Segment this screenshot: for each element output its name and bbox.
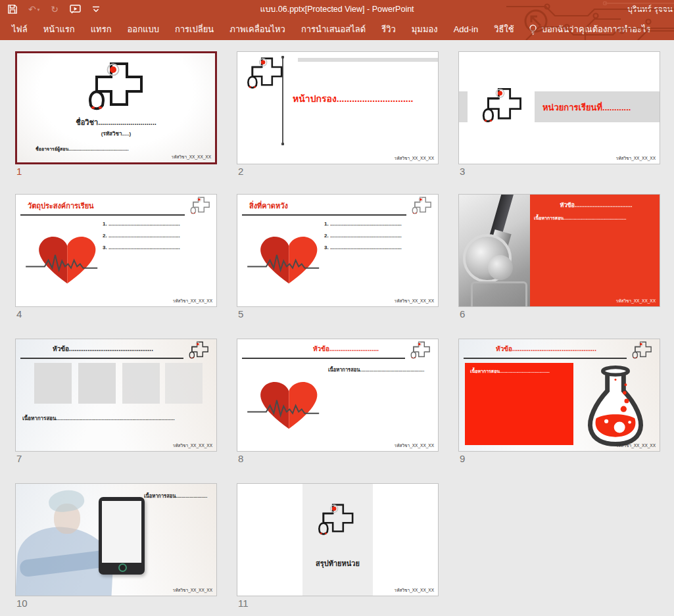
- slide-number-4: 4: [16, 308, 22, 320]
- slide-number-11: 11: [238, 598, 249, 609]
- slide-thumbnail-2[interactable]: หน้าปกรอง.............................. …: [237, 51, 439, 164]
- slide-thumbnail-8[interactable]: หัวข้อ........................... เนื้อห…: [237, 339, 439, 452]
- slide-number-3: 3: [460, 166, 465, 177]
- line-end-dot: [281, 143, 284, 145]
- slide-number-8: 8: [238, 453, 243, 464]
- stethoscope-photo: [459, 195, 530, 306]
- slide-footer-code: รหัสวิชา_XX_XX_XX: [173, 298, 212, 304]
- slide-thumbnail-1[interactable]: ชื่อวิชา............................. (ร…: [15, 51, 217, 164]
- slide-thumbnail-5[interactable]: สิ่งที่คาดหวัง 1. ......................…: [237, 194, 439, 307]
- lightbulb-icon: [529, 24, 537, 35]
- title-bar: ↶▾ ↻ แบบ.06.pptx[Protected View] - Power…: [0, 0, 674, 18]
- title-underline: [242, 214, 406, 216]
- medical-cross-stethoscope-icon: [630, 341, 656, 361]
- content-placeholder: เนื้อหาการสอน...........................…: [470, 367, 550, 375]
- content-placeholder: เนื้อหาการสอน...........................…: [328, 366, 424, 373]
- unit-title: หน่วยการเรียนที่............: [542, 101, 631, 114]
- tab-help[interactable]: วิธีใช้: [486, 18, 521, 40]
- topic-title: หัวข้อ...........................: [313, 344, 379, 354]
- quick-access-toolbar: ↶▾ ↻: [8, 0, 100, 18]
- medical-cross-stethoscope-icon: [408, 341, 435, 361]
- topic-title: หัวข้อ..................................…: [16, 344, 190, 354]
- slide-number-5: 5: [238, 308, 243, 320]
- customize-quick-access-icon[interactable]: [92, 6, 100, 12]
- flask-graphic: [580, 364, 651, 448]
- summary-title: สรุปท้ายหน่วย: [302, 557, 373, 569]
- tab-animations[interactable]: ภาพเคลื่อนไหว: [222, 18, 293, 40]
- slide-thumbnail-11[interactable]: สรุปท้ายหน่วย รหัสวิชา_XX_XX_XX: [237, 483, 439, 596]
- image-placeholder: [78, 363, 116, 404]
- slide-thumbnail-6[interactable]: หัวข้อ..................................…: [458, 194, 660, 307]
- slide-sorter-canvas: ชื่อวิชา............................. (ร…: [0, 40, 674, 616]
- medical-cross-stethoscope-icon: [188, 196, 214, 216]
- tab-insert[interactable]: แทรก: [83, 18, 120, 40]
- medical-cross-stethoscope-icon: [477, 86, 531, 127]
- expectation-item: 1. .....................................…: [324, 221, 402, 227]
- slide-thumbnail-9[interactable]: หัวข้อ..................................…: [458, 339, 660, 452]
- slide-number-1: 1: [16, 166, 22, 177]
- image-placeholder: [34, 363, 72, 404]
- slide-thumbnail-4[interactable]: วัตถุประสงค์การเรียน 1. ................…: [15, 194, 217, 307]
- objective-item: 3. .....................................…: [103, 245, 180, 250]
- slide-number-2: 2: [238, 166, 243, 177]
- slide-number-6: 6: [460, 308, 465, 320]
- medical-cross-stethoscope-icon: [187, 341, 213, 361]
- slide-thumbnail-3[interactable]: หน่วยการเรียนที่............ รหัสวิชา_XX…: [458, 51, 660, 164]
- slide-footer-code: รหัสวิชา_XX_XX_XX: [395, 298, 434, 304]
- instructor-placeholder: ชื่ออาจารย์ผู้สอน.......................…: [36, 145, 129, 153]
- content-placeholder: เนื้อหาการสอน...........................…: [22, 414, 175, 423]
- redo-icon: ↻: [51, 5, 59, 14]
- objectives-title: วัตถุประสงค์การเรียน: [28, 200, 94, 212]
- medical-cross-stethoscope-icon: [410, 196, 436, 216]
- title-underline: [464, 358, 627, 359]
- slide-thumbnail-10[interactable]: เนื้อหาการสอน....................... รหั…: [15, 483, 217, 596]
- topic-title: หัวข้อ..................................…: [538, 201, 654, 210]
- content-placeholder: เนื้อหาการสอน.......................: [144, 492, 207, 500]
- medical-cross-stethoscope-icon: [314, 502, 362, 539]
- subcover-title: หน้าปกรอง..............................: [293, 91, 413, 106]
- slide-footer-code: รหัสวิชา_XX_XX_XX: [616, 155, 656, 162]
- tab-file[interactable]: ไฟล์: [4, 18, 36, 40]
- slide-number-10: 10: [16, 598, 28, 609]
- image-placeholder: [122, 363, 160, 404]
- slide-thumbnail-7[interactable]: หัวข้อ..................................…: [15, 339, 217, 452]
- center-gray-band: [302, 484, 373, 596]
- objective-item: 1. .....................................…: [103, 221, 180, 227]
- slide-footer-code: รหัสวิชา_XX_XX_XX: [173, 587, 212, 594]
- expectation-item: 3. .....................................…: [324, 245, 402, 250]
- undo-icon: ↶▾: [28, 5, 39, 14]
- tab-design[interactable]: ออกแบบ: [120, 18, 167, 40]
- start-slideshow-icon[interactable]: [70, 5, 81, 14]
- tab-transitions[interactable]: การเปลี่ยน: [167, 18, 222, 40]
- slide-number-7: 7: [16, 453, 22, 464]
- slide-number-9: 9: [460, 453, 465, 464]
- ribbon-tab-row: ไฟล์ หน้าแรก แทรก ออกแบบ การเปลี่ยน ภาพเ…: [0, 18, 674, 40]
- medical-cross-stethoscope-icon: [80, 60, 158, 116]
- tell-me-box[interactable]: บอกฉันว่าคุณต้องการทำอะไร: [522, 22, 658, 36]
- slide-footer-code: รหัสวิชา_XX_XX_XX: [616, 442, 656, 449]
- slide-footer-code: รหัสวิชา_XX_XX_XX: [395, 442, 434, 449]
- expectation-item: 2. .....................................…: [324, 233, 402, 239]
- tablet-graphic: [99, 497, 145, 575]
- top-gray-bar: [298, 58, 438, 62]
- account-user-name[interactable]: บุรินทร์ รุจจน: [627, 0, 674, 18]
- tell-me-label: บอกฉันว่าคุณต้องการทำอะไร: [542, 22, 651, 36]
- tab-view[interactable]: มุมมอง: [404, 18, 446, 40]
- slide-footer-code: รหัสวิชา_XX_XX_XX: [395, 155, 434, 162]
- red-content-box: เนื้อหาการสอน...........................…: [465, 363, 573, 445]
- tab-home[interactable]: หน้าแรก: [36, 18, 83, 40]
- title-underline: [242, 358, 405, 359]
- title-underline: [20, 358, 183, 359]
- medical-cross-stethoscope-icon: [243, 56, 291, 93]
- topic-title: หัวข้อ..................................…: [459, 344, 633, 354]
- slide-footer-code: รหัสวิชา_XX_XX_XX: [395, 587, 434, 594]
- save-icon[interactable]: [8, 5, 17, 14]
- tab-slideshow[interactable]: การนำเสนอสไลด์: [293, 18, 373, 40]
- slide-footer-code: รหัสวิชา_XX_XX_XX: [173, 442, 212, 449]
- heart-ecg-graphic: [247, 371, 333, 438]
- expectations-title: สิ่งที่คาดหวัง: [249, 200, 288, 212]
- tab-review[interactable]: รีวิว: [373, 18, 404, 40]
- tab-addin[interactable]: Add-in: [446, 18, 487, 40]
- heart-ecg-graphic: [247, 226, 333, 292]
- image-placeholder: [165, 363, 203, 404]
